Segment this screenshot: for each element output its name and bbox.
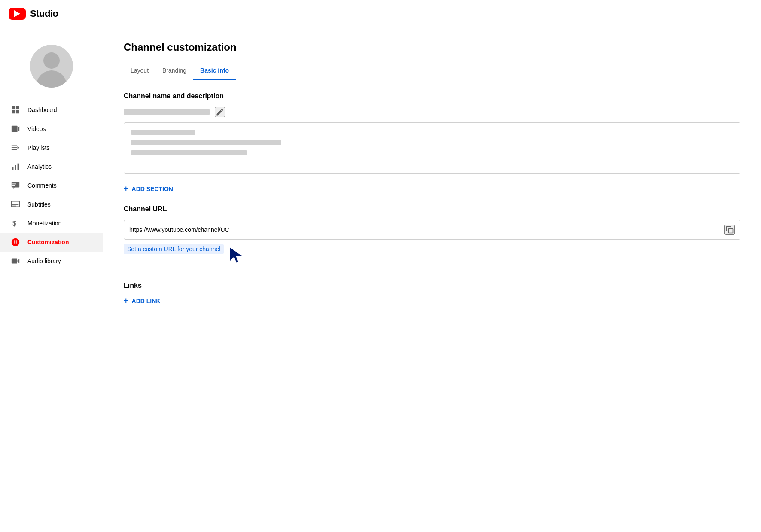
sidebar-label-comments: Comments	[27, 182, 57, 189]
avatar-silhouette	[30, 45, 73, 88]
logo-container: Studio	[9, 8, 58, 20]
customization-icon	[10, 237, 21, 247]
desc-line-2	[131, 140, 281, 145]
links-section-title: Links	[124, 282, 740, 289]
svg-marker-16	[13, 188, 15, 189]
svg-rect-1	[16, 106, 19, 109]
channel-url-title: Channel URL	[124, 205, 740, 213]
svg-rect-2	[12, 110, 15, 113]
tabs-container: Layout Branding Basic info	[124, 62, 740, 80]
tab-layout[interactable]: Layout	[124, 62, 155, 80]
channel-name-section: Channel name and description	[124, 92, 740, 174]
sidebar-label-subtitles: Subtitles	[27, 201, 51, 208]
edit-channel-name-button[interactable]	[215, 107, 225, 117]
svg-rect-24	[12, 259, 17, 264]
add-section-button[interactable]: + ADD SECTION	[124, 184, 173, 193]
links-section: Links + ADD LINK	[124, 282, 740, 305]
sidebar-item-videos[interactable]: Videos	[0, 119, 103, 138]
svg-rect-12	[18, 164, 19, 170]
svg-rect-18	[12, 204, 15, 205]
sidebar-label-monetization: Monetization	[27, 220, 61, 227]
svg-marker-27	[230, 247, 242, 263]
page-title: Channel customization	[124, 41, 740, 53]
comments-icon	[10, 180, 21, 191]
analytics-icon	[10, 161, 21, 172]
channel-name-section-title: Channel name and description	[124, 92, 740, 100]
tab-branding[interactable]: Branding	[155, 62, 193, 80]
sidebar-item-dashboard[interactable]: Dashboard	[0, 100, 103, 119]
svg-rect-14	[12, 183, 16, 184]
videos-icon	[10, 124, 21, 134]
subtitles-icon	[10, 199, 21, 210]
sidebar: Dashboard Videos Playlists	[0, 27, 103, 532]
svg-rect-26	[729, 229, 733, 233]
channel-url-section: Channel URL https://www.youtube.com/chan…	[124, 205, 740, 266]
channel-name-placeholder	[124, 109, 210, 115]
channel-url-value: https://www.youtube.com/channel/UC______	[129, 226, 724, 233]
desc-line-3	[131, 150, 247, 155]
sidebar-label-customization: Customization	[27, 239, 69, 246]
svg-rect-4	[12, 126, 18, 132]
channel-url-input-wrapper: https://www.youtube.com/channel/UC______	[124, 220, 740, 240]
svg-marker-5	[18, 127, 19, 131]
avatar-body	[37, 70, 67, 88]
avatar-container	[0, 36, 103, 100]
dashboard-icon	[10, 105, 21, 115]
playlists-icon	[10, 143, 21, 153]
svg-marker-25	[18, 259, 20, 263]
svg-rect-15	[12, 185, 15, 186]
sidebar-label-analytics: Analytics	[27, 163, 52, 170]
custom-url-link[interactable]: Set a custom URL for your channel	[124, 244, 224, 254]
monetization-icon: $	[10, 218, 21, 228]
svg-rect-0	[12, 106, 15, 109]
desc-line-1	[131, 130, 195, 135]
sidebar-label-dashboard: Dashboard	[27, 106, 57, 113]
svg-rect-7	[12, 147, 17, 148]
svg-rect-20	[12, 206, 16, 207]
svg-rect-11	[15, 165, 16, 170]
add-section-label: ADD SECTION	[132, 185, 173, 192]
avatar-head	[43, 52, 60, 69]
tab-basic-info[interactable]: Basic info	[193, 62, 236, 80]
sidebar-item-monetization[interactable]: $ Monetization	[0, 214, 103, 233]
custom-url-container: Set a custom URL for your channel	[124, 244, 224, 266]
sidebar-item-playlists[interactable]: Playlists	[0, 138, 103, 157]
svg-rect-6	[12, 146, 17, 146]
add-link-label: ADD LINK	[132, 298, 161, 304]
header: Studio	[0, 0, 761, 27]
sidebar-item-audio-library[interactable]: Audio library	[0, 252, 103, 271]
add-link-icon: +	[124, 296, 128, 305]
svg-rect-10	[12, 167, 14, 170]
app-layout: Dashboard Videos Playlists	[0, 27, 761, 532]
sidebar-label-audio-library: Audio library	[27, 258, 61, 264]
sidebar-item-customization[interactable]: Customization	[0, 233, 103, 252]
copy-url-button[interactable]	[724, 225, 735, 235]
main-content: Channel customization Layout Branding Ba…	[103, 27, 761, 532]
svg-rect-13	[12, 182, 19, 188]
svg-rect-8	[12, 149, 17, 150]
svg-marker-9	[18, 146, 20, 149]
sidebar-item-comments[interactable]: Comments	[0, 176, 103, 195]
svg-rect-3	[16, 110, 19, 113]
channel-name-row	[124, 107, 740, 117]
youtube-logo-icon	[9, 8, 26, 20]
sidebar-label-videos: Videos	[27, 125, 46, 132]
add-link-button[interactable]: + ADD LINK	[124, 296, 160, 305]
audio-library-icon	[10, 256, 21, 266]
description-box[interactable]	[124, 122, 740, 174]
add-section-icon: +	[124, 184, 128, 193]
studio-logo-text: Studio	[30, 8, 58, 19]
sidebar-item-analytics[interactable]: Analytics	[0, 157, 103, 176]
svg-rect-19	[15, 204, 18, 205]
avatar	[30, 45, 73, 88]
sidebar-item-subtitles[interactable]: Subtitles	[0, 195, 103, 214]
cursor-indicator	[226, 246, 245, 264]
svg-text:$: $	[12, 219, 16, 227]
sidebar-label-playlists: Playlists	[27, 144, 49, 151]
